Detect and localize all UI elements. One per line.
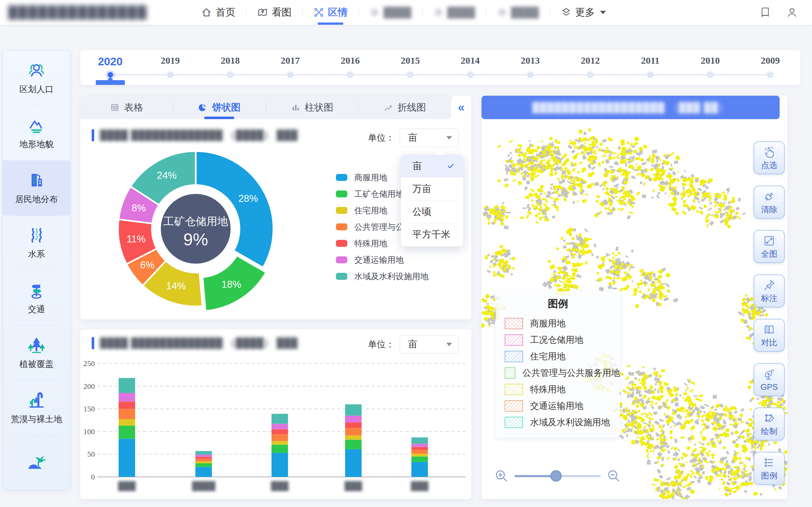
svg-text:0: 0 <box>91 473 95 481</box>
map-tool-绘制[interactable]: 绘制 <box>754 407 785 441</box>
timeline-year-2010[interactable]: 2010 <box>680 50 740 85</box>
year-dot[interactable] <box>588 73 592 77</box>
year-dot[interactable] <box>468 73 472 77</box>
unit-label: 单位： <box>368 338 395 350</box>
map-tool-图例[interactable]: 图例 <box>754 452 785 485</box>
tool-label: 图例 <box>761 470 777 481</box>
tool-label: 清除 <box>761 204 777 215</box>
sidebar-item-水系[interactable]: 水系 <box>3 216 70 271</box>
sidebar-item-居民地分布[interactable]: 居民地分布 <box>3 160 70 216</box>
nav-item-blurred-3[interactable]: ████ <box>486 0 550 25</box>
app-logo: ██████████████ <box>0 5 190 20</box>
year-label: 2019 <box>161 55 180 66</box>
year-label: 2016 <box>341 55 360 66</box>
year-dot[interactable] <box>408 73 412 77</box>
year-dot[interactable] <box>768 73 772 77</box>
map-tool-清除[interactable]: 清除 <box>754 186 785 219</box>
nav-item-label: ████ <box>384 7 411 18</box>
stacked-bar-chart[interactable]: 050100150200250 <box>84 355 467 482</box>
legend-label: 商服用地 <box>354 172 387 183</box>
svg-text:6%: 6% <box>140 260 154 271</box>
timeline-year-2011[interactable]: 2011 <box>620 50 680 85</box>
bar-unit-group: 单位： 亩 <box>368 335 459 354</box>
pie-legend-item[interactable]: 水域及水利设施用地 <box>336 268 445 285</box>
unit-option-平方千米[interactable]: 平方千米 <box>401 223 463 246</box>
legend-label: 交通运输用地 <box>530 400 583 412</box>
sidebar-item-荒漠与裸土地[interactable]: 荒漠与裸土地 <box>3 380 70 435</box>
terrain-icon <box>27 116 46 135</box>
tab-饼状图[interactable]: 饼状图 <box>173 96 265 119</box>
nav-item-district[interactable]: 区情 <box>303 0 358 25</box>
sidebar-item-交通[interactable]: 交通 <box>3 270 70 326</box>
timeline-year-2020[interactable]: 2020 <box>80 50 140 85</box>
year-timeline: 2020201920182017201620152014201320122011… <box>80 50 800 85</box>
legend-label: 水域及水利设施用地 <box>530 416 610 429</box>
year-dot[interactable] <box>288 73 293 77</box>
zoom-in-icon[interactable] <box>494 469 509 483</box>
sidebar-item-label: 居民地分布 <box>15 193 58 205</box>
unit-select[interactable]: 亩 <box>400 129 459 147</box>
timeline-year-2012[interactable]: 2012 <box>560 50 620 85</box>
legend-hatch-swatch <box>505 367 515 379</box>
year-dot[interactable] <box>228 73 232 77</box>
year-dot[interactable] <box>168 73 172 77</box>
timeline-year-2013[interactable]: 2013 <box>500 50 560 85</box>
legend-swatch <box>336 273 347 280</box>
collapse-panel-button[interactable]: « <box>451 96 471 119</box>
pie-legend-item[interactable]: 交通运输用地 <box>336 251 445 268</box>
legend-swatch <box>336 240 347 247</box>
year-dot[interactable] <box>648 73 653 77</box>
timeline-year-2017[interactable]: 2017 <box>260 50 320 85</box>
nav-item-blurred-2[interactable]: ████ <box>422 0 486 25</box>
timeline-year-2015[interactable]: 2015 <box>380 50 440 85</box>
nav-item-more[interactable]: 更多 <box>550 0 617 25</box>
map-tool-对比[interactable]: 对比 <box>754 319 785 352</box>
map-title-text: ██████████████████ （███ ██） <box>532 101 729 114</box>
timeline-year-2019[interactable]: 2019 <box>140 50 200 85</box>
unit-option-公顷[interactable]: 公顷 <box>401 200 463 223</box>
sidebar-item-地形地貌[interactable]: 地形地貌 <box>3 106 70 161</box>
year-dot[interactable] <box>708 73 712 77</box>
nav-item-blurred-1[interactable]: ████ <box>359 0 422 25</box>
legend-swatch <box>336 174 347 181</box>
timeline-year-2009[interactable]: 2009 <box>740 50 800 85</box>
tab-label: 折线图 <box>397 101 426 114</box>
unit-label: 单位： <box>368 132 395 144</box>
year-dot[interactable] <box>348 73 352 77</box>
title-accent-bar <box>92 337 94 349</box>
zoom-slider-handle[interactable] <box>550 470 562 482</box>
option-label: 平方千米 <box>412 228 450 241</box>
tab-柱状图[interactable]: 柱状图 <box>266 96 358 119</box>
svg-text:50: 50 <box>87 450 95 458</box>
unit-select[interactable]: 亩 <box>400 335 459 354</box>
map-tool-全图[interactable]: 全图 <box>754 230 785 263</box>
zoom-slider-track[interactable] <box>514 475 601 477</box>
tab-表格[interactable]: 表格 <box>80 96 173 119</box>
unit-option-亩[interactable]: 亩 <box>401 155 463 177</box>
svg-text:24%: 24% <box>157 170 177 181</box>
year-dot[interactable] <box>107 72 113 78</box>
bar-category-label: ████ <box>182 481 226 491</box>
nav-item-view-map[interactable]: 看图 <box>247 0 302 25</box>
map-tool-标注[interactable]: 标注 <box>754 274 785 307</box>
timeline-year-2014[interactable]: 2014 <box>440 50 500 85</box>
chart-tabbar: 表格饼状图柱状图折线图« <box>80 96 471 119</box>
unit-option-万亩[interactable]: 万亩 <box>401 177 463 200</box>
timeline-year-2016[interactable]: 2016 <box>320 50 380 85</box>
sidebar-item-植被覆盖[interactable]: 植被覆盖 <box>3 326 70 381</box>
sidebar-item-区划人口[interactable]: 区划人口 <box>3 50 70 106</box>
caret-down-icon <box>600 11 606 14</box>
map-toolbar: 点选清除全图标注对比GPS绘制图例 <box>754 141 785 485</box>
map-tool-GPS[interactable]: GPS <box>754 363 785 396</box>
book-icon[interactable] <box>759 6 771 18</box>
tab-折线图[interactable]: 折线图 <box>358 96 451 119</box>
map-tool-点选[interactable]: 点选 <box>754 141 785 174</box>
timeline-year-2018[interactable]: 2018 <box>200 50 260 85</box>
sidebar-item-bottom[interactable] <box>3 435 70 490</box>
bar-category-label: ███ <box>331 481 375 491</box>
nav-item-home[interactable]: 首页 <box>190 0 246 25</box>
user-icon[interactable] <box>786 6 798 18</box>
year-dot[interactable] <box>528 73 532 77</box>
donut-chart[interactable]: 工矿仓储用地 9% 28%18%14%6%11%8%24% <box>80 134 315 318</box>
zoom-out-icon[interactable] <box>606 469 621 483</box>
